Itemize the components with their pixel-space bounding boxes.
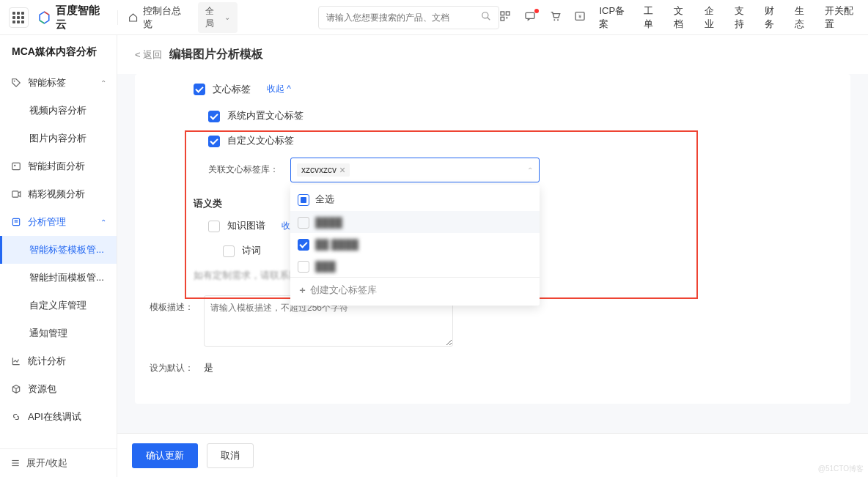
link-icon (10, 412, 22, 422)
collapse-icon (10, 458, 21, 468)
qrcode-icon[interactable] (499, 10, 511, 24)
nav-enterprise[interactable]: 企业 (705, 4, 721, 31)
sidebar-item-notification[interactable]: 通知管理 (0, 319, 117, 347)
sidebar-item-api-debug[interactable]: API在线调试 (0, 403, 117, 431)
dropdown-option-2[interactable]: ██ ████ (290, 233, 540, 255)
sidebar-label: 分析管理 (28, 215, 66, 229)
back-link[interactable]: < 返回 (135, 48, 162, 62)
header-right: ¥ ICP备案 工单 文档 企业 支持 财务 生态 开关配置 (499, 4, 859, 31)
divider (117, 10, 118, 25)
header: 百度智能云 控制台总览 全局 ⌄ ¥ ICP备案 工单 文档 企业 支持 财务 … (0, 0, 868, 35)
sidebar-item-stats[interactable]: 统计分析 (0, 347, 117, 375)
checkbox-option-3[interactable] (298, 261, 309, 273)
dropdown-option-1[interactable]: ████ (290, 211, 540, 233)
label-default: 设为默认： (150, 362, 194, 374)
checkbox-poetry[interactable] (223, 245, 235, 257)
dropdown-create-new[interactable]: ＋ 创建文心标签库 (290, 277, 540, 303)
svg-rect-5 (507, 17, 508, 18)
dropdown-select-all[interactable]: 全选 (290, 188, 540, 211)
checkbox-system-builtin[interactable] (208, 111, 220, 122)
label-wenxin: 文心标签 (213, 83, 251, 96)
dropdown-option-3[interactable]: ███ (290, 255, 540, 277)
notification-dot (534, 9, 539, 13)
page-header: < 返回 编辑图片分析模板 (117, 35, 868, 74)
svg-rect-2 (501, 12, 504, 15)
nav-ecology[interactable]: 生态 (795, 4, 812, 31)
row-system-builtin: 系统内置文心标签 (208, 103, 850, 128)
checkbox-option-1[interactable] (298, 217, 309, 229)
sidebar-collapse-toggle[interactable]: 展开/收起 (0, 448, 117, 477)
plus-icon: ＋ (298, 284, 307, 297)
video-icon (10, 189, 22, 199)
tag-remove-icon[interactable]: × (339, 165, 345, 175)
row-wenxin-tags: 文心标签 收起 ^ (135, 75, 850, 103)
nav-ticket[interactable]: 工单 (644, 4, 661, 31)
search-input[interactable] (326, 12, 482, 23)
svg-rect-4 (501, 17, 504, 21)
apps-menu-button[interactable] (9, 7, 29, 28)
nav-docs[interactable]: 文档 (674, 4, 691, 31)
console-link[interactable]: 控制台总览 (128, 4, 188, 31)
checkbox-select-all[interactable] (298, 194, 309, 206)
cancel-button[interactable]: 取消 (207, 443, 254, 468)
select-all-label: 全选 (315, 193, 334, 206)
checkbox-knowledge-graph[interactable] (208, 221, 220, 232)
nav-finance[interactable]: 财务 (765, 4, 781, 31)
tag-icon (10, 78, 22, 88)
apps-grid-icon (12, 12, 24, 23)
nav-support[interactable]: 支持 (735, 4, 751, 31)
checkbox-wenxin[interactable] (194, 84, 205, 95)
checkbox-option-2[interactable] (298, 239, 309, 251)
footer-actions: 确认更新 取消 (117, 433, 868, 477)
collapse-wenxin[interactable]: 收起 ^ (267, 83, 291, 95)
page-title: 编辑图片分析模板 (169, 47, 263, 62)
svg-rect-3 (507, 12, 510, 15)
sidebar-item-cover-analysis[interactable]: 智能封面分析 (0, 152, 117, 180)
svg-rect-12 (12, 163, 21, 169)
assoc-lib-dropdown: 全选 ████ ██ ████ ███ (290, 185, 540, 306)
svg-point-11 (14, 81, 15, 82)
sidebar-item-resource-pack[interactable]: 资源包 (0, 375, 117, 403)
sidebar-label: 资源包 (28, 382, 56, 396)
sidebar-item-highlight-video[interactable]: 精彩视频分析 (0, 180, 117, 208)
cart-icon[interactable] (549, 10, 561, 24)
checkbox-custom-wenxin[interactable] (208, 136, 220, 147)
sidebar-item-image-analysis[interactable]: 图片内容分析 (0, 125, 117, 152)
search-icon[interactable] (481, 11, 491, 23)
row-custom-wenxin: 自定义文心标签 (208, 128, 850, 153)
chevron-down-icon: ⌄ (224, 13, 230, 21)
chevron-up-icon: ⌃ (100, 218, 106, 226)
watermark: @51CTO博客 (818, 464, 864, 474)
chevron-up-icon: ⌃ (527, 166, 533, 174)
sidebar-item-smart-tags[interactable]: 智能标签 ⌃ (0, 69, 117, 97)
option-1-label: ████ (315, 217, 342, 228)
nav-icp[interactable]: ICP备案 (599, 4, 630, 31)
sidebar-label: 智能标签 (28, 76, 66, 89)
svg-point-7 (554, 19, 556, 21)
collapse-label: 展开/收起 (26, 456, 67, 470)
sidebar-item-analysis-mgmt[interactable]: 分析管理 ⌃ (0, 208, 117, 236)
chevron-up-icon: ⌃ (100, 79, 106, 87)
sidebar-item-custom-lib[interactable]: 自定义库管理 (0, 292, 117, 319)
search-box[interactable] (318, 6, 500, 29)
cny-icon[interactable]: ¥ (574, 10, 586, 24)
message-icon[interactable] (524, 10, 536, 24)
sidebar: MCA媒体内容分析 智能标签 ⌃ 视频内容分析 图片内容分析 智能封面分析 精彩… (0, 35, 117, 477)
label-poetry: 诗词 (242, 244, 261, 257)
region-select[interactable]: 全局 ⌄ (198, 2, 238, 33)
brand-logo[interactable]: 百度智能云 (37, 4, 108, 32)
assoc-lib-select[interactable]: xzcvxzcv × ⌃ 全选 ████ (290, 158, 540, 182)
sidebar-item-tag-template[interactable]: 智能标签模板管... (0, 236, 117, 264)
region-label: 全局 (205, 5, 221, 30)
save-button[interactable]: 确认更新 (132, 443, 198, 468)
nav-switch[interactable]: 开关配置 (825, 4, 858, 31)
svg-rect-6 (526, 12, 534, 18)
tag-text: xzcvxzcv (301, 165, 336, 175)
svg-line-1 (488, 18, 490, 21)
sidebar-item-cover-template[interactable]: 智能封面模板管... (0, 264, 117, 292)
sidebar-item-video-analysis[interactable]: 视频内容分析 (0, 97, 117, 125)
sidebar-title: MCA媒体内容分析 (0, 35, 117, 69)
sidebar-label: API在线调试 (28, 410, 81, 424)
svg-point-0 (482, 12, 488, 18)
svg-point-13 (14, 165, 15, 166)
